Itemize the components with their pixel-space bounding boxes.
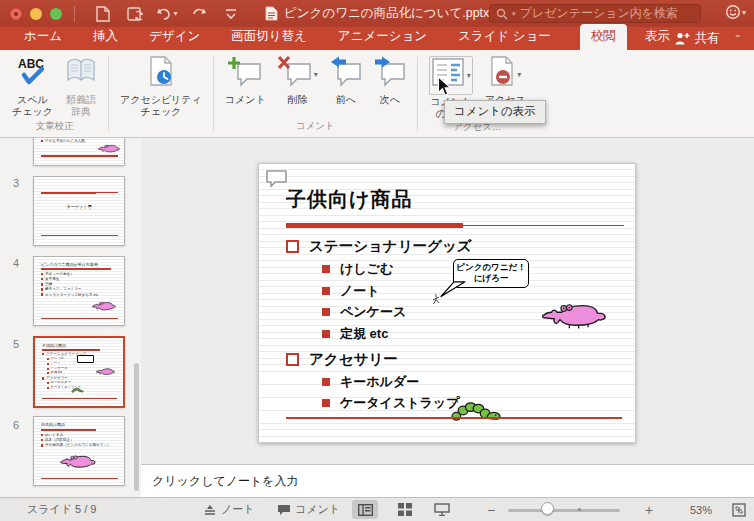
- tab-transitions[interactable]: 画面切り替え: [229, 24, 309, 50]
- group-separator: [417, 57, 418, 131]
- collapse-ribbon-button[interactable]: ⌃: [734, 33, 742, 44]
- search-placeholder: プレゼンテーション内を検索: [520, 5, 679, 22]
- thesaurus-button[interactable]: 類義語 辞典: [59, 54, 103, 118]
- new-comment-icon: [228, 56, 262, 88]
- slide-thumbnail-panel: 小さな子供たちに大人気 3 ターゲット層 4 ピンクのワニ商品が受ける客層 子供…: [0, 138, 142, 498]
- smiley-icon: [725, 4, 741, 20]
- spell-check-icon: ABC: [16, 56, 48, 88]
- spell-check-button[interactable]: ABC スペル チェック: [6, 54, 59, 118]
- title-underline: [286, 223, 624, 228]
- zoom-slider[interactable]: [508, 509, 620, 512]
- crocodile-drawing[interactable]: [541, 300, 607, 334]
- previous-comment-icon: [330, 56, 362, 88]
- group-accessibility: アクセシビリティ チェック: [114, 54, 208, 137]
- tab-insert[interactable]: 挿入: [91, 24, 120, 50]
- delete-dropdown-caret[interactable]: ▾: [314, 70, 318, 79]
- access-button[interactable]: ▾ アクセス: [479, 54, 532, 106]
- new-slide-button[interactable]: [90, 4, 116, 24]
- caterpillar-drawing[interactable]: [448, 399, 503, 426]
- slide-editing-area: 子供向け商品 ステーショナリーグッズけしごむノートペンケース定規 etcアクセサ…: [141, 138, 754, 464]
- crocodile-drawing: [92, 298, 116, 316]
- group-comments: コメント ▾ 削除 前へ 次へ コメント: [219, 54, 412, 137]
- customize-toolbar-button[interactable]: [218, 4, 244, 24]
- access-dropdown-caret[interactable]: ▾: [517, 70, 521, 79]
- bullet-row: ステーショナリーグッズ: [286, 237, 616, 256]
- close-button[interactable]: [10, 8, 22, 20]
- slideshow-icon: [434, 503, 450, 516]
- access-icon: [489, 56, 515, 88]
- caterpillar-drawing: [71, 379, 84, 397]
- zoom-in-button[interactable]: +: [645, 498, 653, 521]
- mouse-cursor: [437, 76, 452, 101]
- bullet-row: キーホルダー: [322, 373, 616, 391]
- fit-to-window-button[interactable]: [732, 498, 746, 521]
- redo-button[interactable]: [186, 4, 212, 24]
- feedback-smiley-button[interactable]: ▾: [725, 4, 746, 20]
- zoom-window-button[interactable]: [50, 8, 62, 20]
- undo-button[interactable]: ▾: [154, 4, 180, 24]
- notes-placeholder: クリックしてノートを入力: [152, 473, 299, 490]
- group-label-accessibility: [114, 132, 208, 137]
- show-comments-dropdown-caret[interactable]: ▾: [467, 71, 471, 80]
- slide-title[interactable]: 子供向け商品: [286, 186, 412, 213]
- slide-canvas[interactable]: 子供向け商品 ステーショナリーグッズけしごむノートペンケース定規 etcアクセサ…: [258, 163, 636, 443]
- share-button[interactable]: 共有: [675, 30, 720, 47]
- tab-slideshow[interactable]: スライド ショー: [456, 24, 553, 50]
- tab-review[interactable]: 校閲: [580, 24, 627, 50]
- slideshow-button[interactable]: [434, 498, 450, 521]
- slide-number: 6: [13, 419, 19, 431]
- slide-thumbnail-4[interactable]: ピンクのワニ商品が受ける客層 子供（〜小学生）女子高生主婦親子ペア、ファミリーキ…: [33, 256, 125, 326]
- search-scope-caret: ▾: [512, 10, 516, 18]
- slide-thumbnail-3[interactable]: ターゲット層: [33, 176, 125, 246]
- slide-number: 5: [13, 338, 19, 350]
- notes-input[interactable]: クリックしてノートを入力: [141, 464, 754, 498]
- comment-icon: [277, 504, 291, 516]
- tab-animations[interactable]: アニメーション: [336, 24, 429, 50]
- tab-design[interactable]: デザイン: [147, 24, 202, 50]
- next-comment-icon: [374, 56, 406, 88]
- zoom-slider-thumb[interactable]: [541, 502, 554, 515]
- tab-home[interactable]: ホーム: [22, 24, 64, 50]
- slide-sorter-button[interactable]: [398, 498, 412, 521]
- thumbnail-scrollbar[interactable]: [134, 363, 139, 491]
- slide-thumbnail-6[interactable]: 幼児向け商品 ぬいぐるみ積木（誤飲防止）その他玩具（ピンクのワニを抱えて…）: [33, 416, 125, 486]
- slide-counter: スライド 5 / 9: [27, 498, 97, 521]
- normal-view-button[interactable]: [352, 498, 378, 521]
- bullet-row: キャラクターグッズ好きな方 etc: [41, 293, 120, 297]
- save-button[interactable]: [122, 4, 148, 24]
- previous-comment-button[interactable]: 前へ: [324, 54, 368, 106]
- thumb-center-text: ターゲット層: [34, 204, 124, 209]
- notes-toggle[interactable]: ノート: [203, 498, 255, 521]
- bullet-row: その他玩具（ピンクのワニを抱えて…）: [41, 443, 120, 447]
- group-label-proofing: 文章校正: [6, 119, 103, 137]
- divider: [74, 6, 75, 22]
- slide-thumbnail-5-selected[interactable]: 子供向け商品 ステーショナリーグッズけしごむノートペンケース定規 etcアクセサ…: [33, 336, 125, 408]
- titlebar: ▾ ピンクのワニの商品化について.pptx ▾ プレゼンテーション内を検索 ▾: [0, 0, 754, 27]
- delete-comment-button[interactable]: ▾ 削除: [272, 54, 324, 106]
- group-label-comments: コメント: [219, 119, 412, 137]
- accessibility-check-icon: [147, 56, 175, 88]
- fit-to-window-icon: [732, 503, 746, 517]
- slide-bottom-line: [286, 417, 622, 419]
- search-icon: [496, 8, 508, 20]
- speech-bubble-tail: [440, 281, 466, 302]
- next-comment-button[interactable]: 次へ: [368, 54, 412, 106]
- search-input[interactable]: ▾ プレゼンテーション内を検索: [489, 4, 701, 23]
- statusbar: スライド 5 / 9 ノート コメント − + 53%: [0, 497, 754, 521]
- undo-dropdown[interactable]: ▾: [173, 9, 177, 18]
- bullet-row: 主婦: [41, 282, 120, 286]
- slide-thumbnail-2[interactable]: 小さな子供たちに大人気: [33, 138, 125, 166]
- new-comment-button[interactable]: コメント: [219, 54, 272, 106]
- group-proofing: ABC スペル チェック 類義語 辞典 文章校正: [6, 54, 103, 137]
- comments-toggle[interactable]: コメント: [277, 498, 340, 521]
- zoom-out-button[interactable]: −: [487, 498, 495, 521]
- minimize-button[interactable]: [30, 8, 42, 20]
- tab-view[interactable]: 表示: [643, 24, 672, 50]
- person-plus-icon: [675, 32, 690, 45]
- bullet-row: 親子ペア、ファミリー: [41, 287, 120, 291]
- bullet-row: 子供（〜小学生）: [41, 272, 120, 276]
- crocodile-drawing: [60, 453, 96, 474]
- accessibility-check-button[interactable]: アクセシビリティ チェック: [114, 54, 208, 118]
- zoom-level[interactable]: 53%: [690, 498, 712, 521]
- notes-icon: [203, 504, 217, 516]
